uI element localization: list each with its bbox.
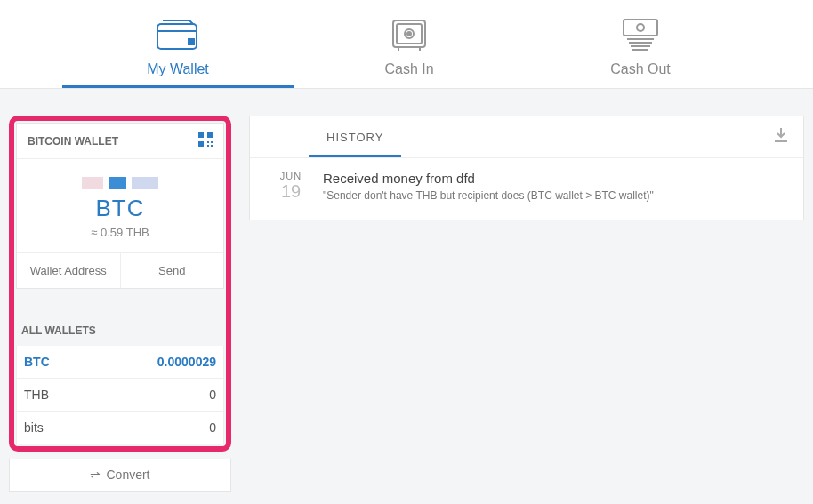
tab-my-wallet[interactable]: My Wallet [62,0,294,88]
wallet-card-body: BTC ≈ 0.59 THB [17,159,223,252]
convert-label: Convert [106,468,149,482]
wallet-icon [154,15,202,54]
primary-tabs: My Wallet Cash In Cash Out [0,0,813,89]
redacted-balance [26,177,214,189]
send-button[interactable]: Send [121,253,224,288]
tab-cash-out[interactable]: Cash Out [525,0,756,88]
svg-rect-13 [211,145,213,147]
tab-label: Cash Out [610,61,671,77]
convert-button[interactable]: ⇌ Convert [9,459,231,492]
svg-point-6 [637,24,644,31]
wallet-row-value: 0 [209,420,216,435]
svg-rect-8 [207,132,213,138]
svg-rect-5 [624,20,657,36]
history-day: 19 [275,181,307,202]
bitcoin-wallet-card: BITCOIN WALLET BTC ≈ 0.59 THB Wallet Add… [16,123,224,289]
tab-cash-in[interactable]: Cash In [294,0,525,88]
main-panel: HISTORY JUN 19 Received money from dfd "… [249,116,804,492]
wallet-card-title: BITCOIN WALLET [28,135,118,148]
history-subtitle: "Sender don't have THB but recipient doe… [323,189,654,202]
history-body: Received money from dfd "Sender don't ha… [323,171,654,202]
content-area: BITCOIN WALLET BTC ≈ 0.59 THB Wallet Add… [0,89,813,500]
svg-point-4 [407,32,411,36]
svg-rect-14 [775,140,787,142]
wallet-currency: BTC [26,195,214,222]
wallet-row-btc[interactable]: BTC 0.0000029 [16,346,224,379]
tab-label: My Wallet [147,61,209,77]
sidebar: BITCOIN WALLET BTC ≈ 0.59 THB Wallet Add… [9,116,231,492]
svg-rect-12 [207,145,209,147]
wallet-row-name: BTC [24,355,50,369]
history-month: JUN [275,171,307,181]
wallet-row-bits[interactable]: bits 0 [16,412,224,444]
wallet-row-name: bits [24,420,44,435]
convert-icon: ⇌ [90,468,101,482]
wallet-row-value: 0 [209,388,216,402]
all-wallets-title: ALL WALLETS [16,316,224,346]
download-icon[interactable] [773,127,789,147]
history-date: JUN 19 [275,171,307,202]
history-card: HISTORY JUN 19 Received money from dfd "… [249,116,804,220]
cash-stack-icon [618,15,663,54]
history-title: Received money from dfd [323,171,654,186]
wallet-card-header: BITCOIN WALLET [17,124,223,159]
history-header: HISTORY [250,116,803,158]
wallet-row-name: THB [24,388,49,402]
svg-rect-10 [207,141,209,143]
wallet-approx-value: ≈ 0.59 THB [26,226,214,239]
wallet-row-thb[interactable]: THB 0 [16,379,224,412]
wallet-row-value: 0.0000029 [157,355,216,369]
wallet-actions: Wallet Address Send [17,252,223,288]
history-tab[interactable]: HISTORY [309,116,401,157]
svg-rect-11 [211,141,213,143]
history-item[interactable]: JUN 19 Received money from dfd "Sender d… [250,158,803,220]
qr-icon[interactable] [198,132,213,149]
svg-rect-9 [198,141,204,147]
annotation-highlight: BITCOIN WALLET BTC ≈ 0.59 THB Wallet Add… [9,116,231,452]
safe-icon [390,15,429,54]
tab-label: Cash In [384,61,433,77]
wallet-address-button[interactable]: Wallet Address [17,253,121,288]
svg-rect-7 [198,132,204,138]
